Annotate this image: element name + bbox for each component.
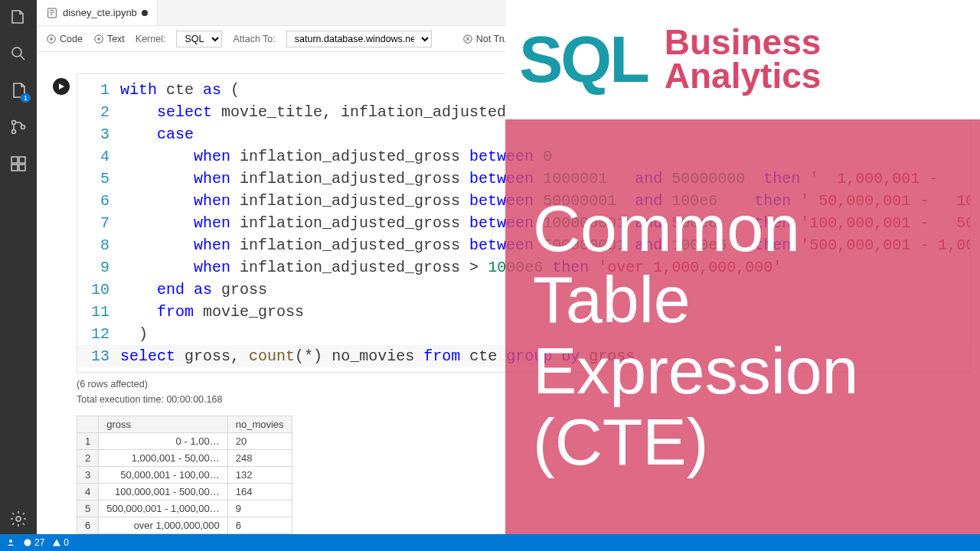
table-row: 3 50,000,001 - 100,00…132 bbox=[77, 467, 292, 484]
table-row: 4100,000,001 - 500,00…164 bbox=[77, 484, 292, 500]
run-cell-button[interactable] bbox=[53, 78, 70, 95]
source-control-icon[interactable] bbox=[8, 116, 29, 138]
line-number: 3 bbox=[77, 123, 120, 145]
line-number: 2 bbox=[77, 101, 120, 123]
code-line: 7 when inflation_adjusted_gross between … bbox=[77, 212, 970, 234]
execution-time: Total execution time: 00:00:00.168 bbox=[77, 394, 971, 405]
code-content: when inflation_adjusted_gross > 1000e6 t… bbox=[120, 256, 970, 279]
code-line: 12 ) bbox=[77, 323, 970, 345]
code-cell: 1with cte as (2 select movie_title, infl… bbox=[46, 73, 971, 373]
notebooks-icon[interactable]: 1 bbox=[8, 80, 29, 101]
table-row: 6over 1,000,000,0006 bbox=[77, 517, 292, 534]
code-content: end as gross bbox=[120, 279, 970, 301]
notebook-toolbar: Code Text Kernel: SQL Attach To: saturn.… bbox=[37, 26, 980, 52]
line-number: 6 bbox=[77, 190, 120, 212]
attach-to-select[interactable]: saturn.database.windows.ne bbox=[286, 31, 432, 47]
line-number: 9 bbox=[77, 256, 120, 279]
svg-rect-7 bbox=[19, 165, 25, 171]
svg-rect-4 bbox=[11, 157, 18, 163]
add-code-button[interactable]: Code bbox=[46, 34, 83, 44]
code-line: 1with cte as ( bbox=[77, 79, 970, 101]
notebook-body: 1with cte as (2 select movie_title, infl… bbox=[37, 52, 980, 551]
status-bar: 27 0 bbox=[0, 534, 980, 551]
attach-to-label: Attach To: bbox=[233, 34, 275, 44]
svg-point-8 bbox=[16, 517, 21, 521]
code-editor[interactable]: 1with cte as (2 select movie_title, infl… bbox=[77, 73, 971, 373]
line-number: 10 bbox=[77, 279, 120, 301]
code-content: with cte as ( bbox=[120, 79, 970, 101]
code-line: 13select gross, count(*) no_movies from … bbox=[77, 345, 970, 367]
code-line: 8 when inflation_adjusted_gross between … bbox=[77, 234, 970, 256]
line-number: 8 bbox=[77, 234, 120, 256]
code-content: case bbox=[120, 123, 970, 145]
result-table: grossno_movies1 0 - 1,00…202 1,000,001 -… bbox=[77, 416, 292, 534]
code-line: 2 select movie_title, inflation_adjusted… bbox=[77, 101, 970, 123]
code-line: 9 when inflation_adjusted_gross > 1000e6… bbox=[77, 256, 970, 279]
cell-output: (6 rows affected) Total execution time: … bbox=[77, 379, 971, 534]
not-trusted-button[interactable]: Not Trusted bbox=[462, 34, 526, 44]
rows-affected: (6 rows affected) bbox=[77, 379, 971, 390]
code-content: from movie_gross bbox=[120, 301, 970, 323]
code-line: 6 when inflation_adjusted_gross between … bbox=[77, 190, 970, 212]
line-number: 4 bbox=[77, 145, 120, 168]
activity-bar: 1 bbox=[0, 0, 37, 551]
status-errors[interactable]: 27 bbox=[23, 537, 44, 548]
dirty-indicator-icon bbox=[142, 10, 148, 16]
line-number: 11 bbox=[77, 301, 120, 323]
run-cells-button[interactable]: Run bbox=[536, 34, 567, 44]
line-number: 1 bbox=[77, 79, 120, 101]
column-header: gross bbox=[99, 416, 227, 433]
column-header: no_movies bbox=[227, 416, 292, 433]
svg-point-1 bbox=[12, 121, 16, 125]
code-line: 3 case bbox=[77, 123, 970, 145]
svg-point-0 bbox=[12, 47, 21, 57]
kernel-label: Kernel: bbox=[136, 34, 166, 44]
code-line: 4 when inflation_adjusted_gross between … bbox=[77, 145, 970, 168]
svg-point-14 bbox=[9, 540, 12, 543]
code-content: when inflation_adjusted_gross between 50… bbox=[120, 234, 970, 256]
table-row: 1 0 - 1,00…20 bbox=[77, 433, 292, 450]
search-icon[interactable] bbox=[8, 43, 29, 64]
status-warnings[interactable]: 0 bbox=[52, 537, 69, 548]
svg-rect-6 bbox=[11, 165, 18, 171]
code-content: when inflation_adjusted_gross between 0 bbox=[120, 145, 970, 168]
code-line: 11 from movie_gross bbox=[77, 301, 970, 323]
code-line: 10 end as gross bbox=[77, 279, 970, 301]
table-row: 5500,000,001 - 1,000,00…9 bbox=[77, 500, 292, 517]
status-account-icon[interactable] bbox=[6, 538, 15, 547]
line-number: 12 bbox=[77, 323, 120, 345]
line-number: 7 bbox=[77, 212, 120, 234]
cell-gutter bbox=[46, 73, 77, 373]
line-number: 13 bbox=[77, 345, 120, 367]
svg-point-2 bbox=[12, 130, 16, 134]
svg-point-3 bbox=[21, 126, 25, 129]
code-content: select gross, count(*) no_movies from ct… bbox=[120, 345, 970, 367]
tab-filename: disney_cte.ipynb bbox=[63, 7, 137, 18]
settings-gear-icon[interactable] bbox=[8, 508, 29, 530]
add-text-button[interactable]: Text bbox=[93, 34, 125, 44]
tab-bar: disney_cte.ipynb bbox=[37, 0, 980, 26]
code-line: 5 when inflation_adjusted_gross between … bbox=[77, 168, 970, 190]
code-content: ) bbox=[120, 323, 970, 345]
editor-area: disney_cte.ipynb Code Text Kernel: SQL A… bbox=[37, 0, 980, 551]
svg-rect-5 bbox=[19, 157, 25, 163]
svg-rect-9 bbox=[48, 8, 57, 18]
notebook-file-icon bbox=[46, 7, 58, 19]
code-content: select movie_title, inflation_adjusted_g… bbox=[120, 101, 970, 123]
kernel-select[interactable]: SQL bbox=[176, 31, 222, 47]
code-content: when inflation_adjusted_gross between 50… bbox=[120, 190, 970, 212]
extensions-icon[interactable] bbox=[8, 153, 29, 174]
line-number: 5 bbox=[77, 168, 120, 190]
tab-disney-cte[interactable]: disney_cte.ipynb bbox=[37, 0, 158, 25]
code-content: when inflation_adjusted_gross between 10… bbox=[120, 168, 970, 190]
table-row: 2 1,000,001 - 50,00…248 bbox=[77, 450, 292, 467]
code-content: when inflation_adjusted_gross between 10… bbox=[120, 212, 970, 234]
explorer-icon[interactable] bbox=[8, 6, 29, 28]
